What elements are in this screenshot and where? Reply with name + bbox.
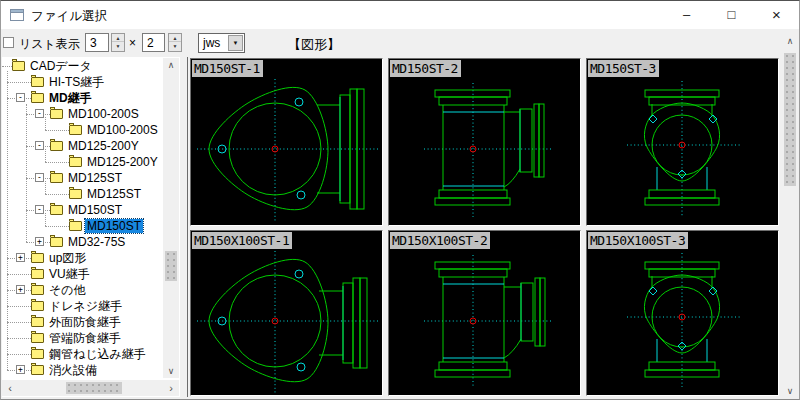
scroll-down-icon[interactable]: ∨ <box>163 366 179 376</box>
tree-item[interactable]: 鋼管ねじ込み継手 <box>2 346 163 362</box>
folder-icon <box>31 333 44 343</box>
tree-item[interactable]: 管端防食継手 <box>2 330 163 346</box>
tree-item[interactable]: MD125-200Y <box>2 154 163 170</box>
tile-label: MD150ST-1 <box>192 60 263 77</box>
chevron-down-icon[interactable]: ▼ <box>228 35 243 51</box>
rows-spinner[interactable]: ▲▼ <box>168 33 182 52</box>
folder-icon <box>31 317 44 327</box>
tree-expand-toggle[interactable]: - <box>35 109 44 118</box>
figure-heading: 【図形】 <box>288 36 340 54</box>
tree-item[interactable]: HI-TS継手 <box>2 74 163 90</box>
tree-expand-toggle[interactable]: - <box>35 205 44 214</box>
tree-item-label: VU継手 <box>47 267 92 281</box>
toolbar: リスト表示 ▲▼ × ▲▼ jws ▼ 【図形】 <box>1 29 799 57</box>
file-format-value: jws <box>203 36 220 50</box>
tile-md150st-1[interactable]: MD150ST-1 <box>190 58 383 226</box>
folder-icon <box>50 237 63 247</box>
tile-md150x100st-1[interactable]: MD150X100ST-1 <box>190 230 383 396</box>
folder-icon <box>69 125 82 135</box>
tree-expand-toggle[interactable]: - <box>35 173 44 182</box>
folder-icon <box>31 301 44 311</box>
tree-expand-toggle[interactable]: + <box>16 285 25 294</box>
tree-item-label: CADデータ <box>28 59 94 73</box>
tree-item[interactable]: ドレネジ継手 <box>2 298 163 314</box>
tree-item[interactable]: -MD125-200Y <box>2 138 163 154</box>
folder-icon <box>50 205 63 215</box>
spin-down-icon[interactable]: ▼ <box>169 42 181 50</box>
tree-item[interactable]: +消火設備 <box>2 362 163 378</box>
folder-icon <box>31 93 44 103</box>
tree-item[interactable]: MD150ST <box>2 218 163 234</box>
folder-tree-panel: CADデータHI-TS継手-MD継手-MD100-200SMD100-200S-… <box>2 57 180 397</box>
tree-item[interactable]: +MD32-75S <box>2 234 163 250</box>
tree-item-label: MD32-75S <box>66 235 127 249</box>
tree-item-label: MD150ST <box>85 219 143 233</box>
spin-down-icon[interactable]: ▼ <box>112 42 124 50</box>
scroll-right-icon[interactable]: › <box>165 382 177 394</box>
tree-item[interactable]: MD100-200S <box>2 122 163 138</box>
tree-expand-toggle[interactable]: + <box>35 237 44 246</box>
file-select-dialog: ファイル選択 – □ × リスト表示 ▲▼ × ▲▼ jws ▼ 【図形】 CA… <box>0 0 800 400</box>
tree-expand-toggle[interactable]: + <box>16 365 25 374</box>
scroll-up-icon[interactable]: ∧ <box>782 36 798 46</box>
tree-item-label: 管端防食継手 <box>47 331 123 345</box>
tree-item-label: その他 <box>47 283 88 297</box>
folder-icon <box>69 221 82 231</box>
tree-item[interactable]: VU継手 <box>2 266 163 282</box>
cad-drawing <box>389 59 580 225</box>
scroll-down-icon[interactable]: ∨ <box>782 386 798 396</box>
tree-item-label: MD100-200S <box>66 107 141 121</box>
tree-item-label: MD150ST <box>66 203 124 217</box>
tree-item-label: MD125ST <box>66 171 124 185</box>
tree-item[interactable]: MD125ST <box>2 186 163 202</box>
minimize-button[interactable]: – <box>664 1 709 29</box>
close-button[interactable]: × <box>754 1 799 29</box>
cad-drawing <box>191 59 382 225</box>
tile-md150x100st-2[interactable]: MD150X100ST-2 <box>388 230 581 396</box>
tree-item[interactable]: CADデータ <box>2 58 163 74</box>
folder-icon <box>50 141 63 151</box>
title-bar: ファイル選択 – □ × <box>1 1 799 29</box>
spin-up-icon[interactable]: ▲ <box>112 34 124 42</box>
tile-md150st-3[interactable]: MD150ST-3 <box>586 58 779 226</box>
tree-item[interactable]: -MD150ST <box>2 202 163 218</box>
list-view-checkbox[interactable] <box>3 37 14 48</box>
file-format-dropdown[interactable]: jws ▼ <box>198 33 245 53</box>
folder-icon <box>12 61 25 71</box>
tree-expand-toggle[interactable]: + <box>16 253 25 262</box>
tile-md150x100st-3[interactable]: MD150X100ST-3 <box>586 230 779 396</box>
scroll-left-icon[interactable]: ‹ <box>4 382 16 394</box>
folder-icon <box>31 269 44 279</box>
tree-expand-toggle[interactable]: - <box>16 93 25 102</box>
window-controls: – □ × <box>664 1 799 29</box>
folder-icon <box>69 157 82 167</box>
tree-vscroll-thumb[interactable] <box>165 251 177 281</box>
tree-item[interactable]: +up図形 <box>2 250 163 266</box>
maximize-button[interactable]: □ <box>709 1 754 29</box>
folder-icon <box>31 77 44 87</box>
grid-rows-input[interactable] <box>142 33 165 52</box>
tree-item-label: HI-TS継手 <box>47 75 106 89</box>
cad-drawing <box>587 59 778 225</box>
tree-expand-toggle[interactable]: - <box>35 141 44 150</box>
preview-vscroll-thumb[interactable] <box>784 53 796 186</box>
tree-item[interactable]: -MD125ST <box>2 170 163 186</box>
tile-md150st-2[interactable]: MD150ST-2 <box>388 58 581 226</box>
folder-icon <box>31 365 44 375</box>
tree-vscrollbar[interactable]: ∧ ∨ <box>163 58 179 378</box>
tree-hscroll-thumb[interactable] <box>66 382 122 394</box>
cols-spinner[interactable]: ▲▼ <box>111 33 125 52</box>
tree-hscrollbar[interactable]: ‹ › <box>2 380 179 396</box>
tree-item-label: MD125-200Y <box>66 139 141 153</box>
tile-label: MD150X100ST-3 <box>588 232 688 249</box>
tree-item-label: up図形 <box>47 251 88 265</box>
tree-item-label: 外面防食継手 <box>47 315 123 329</box>
tree-item[interactable]: +その他 <box>2 282 163 298</box>
preview-vscrollbar[interactable]: ∧ ∨ <box>782 34 798 398</box>
spin-up-icon[interactable]: ▲ <box>169 34 181 42</box>
tree-item[interactable]: -MD継手 <box>2 90 163 106</box>
grid-cols-input[interactable] <box>85 33 109 52</box>
tree-item[interactable]: -MD100-200S <box>2 106 163 122</box>
scroll-up-icon[interactable]: ∧ <box>163 60 179 70</box>
tree-item[interactable]: 外面防食継手 <box>2 314 163 330</box>
